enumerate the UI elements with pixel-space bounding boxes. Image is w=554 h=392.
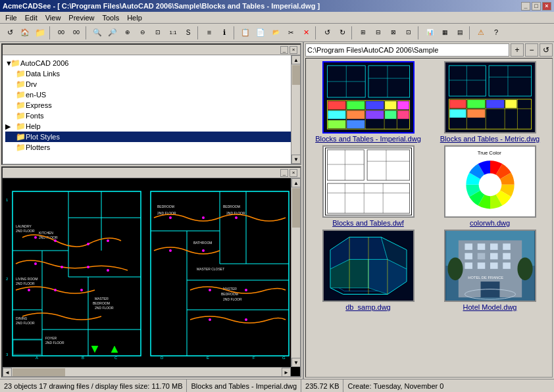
menu-help[interactable]: Help — [123, 12, 146, 23]
tb-refresh[interactable]: ↺ — [3, 26, 17, 40]
tb-ratio[interactable]: 1:1 — [166, 26, 180, 40]
scroll-up-btn[interactable]: ▲ — [291, 55, 301, 64]
scroll-right-btn[interactable]: ► — [282, 368, 291, 376]
folder-tree-minimize[interactable]: _ — [280, 46, 288, 54]
folder-open-icon: 📁 — [11, 59, 20, 68]
tb-help[interactable]: ? — [489, 26, 503, 40]
menu-view[interactable]: View — [41, 12, 65, 23]
svg-text:HOTEL DE FRANCE: HOTEL DE FRANCE — [468, 276, 503, 280]
refresh-btn[interactable]: ↺ — [540, 43, 553, 57]
tb-rotate-cw[interactable]: ↻ — [335, 26, 349, 40]
tb-copy1[interactable]: 📋 — [238, 26, 253, 40]
tb-open[interactable]: 📂 — [268, 26, 283, 40]
tb-select[interactable]: S — [181, 26, 195, 40]
tb-zoom-out[interactable]: 🔎 — [105, 26, 120, 40]
tb-view1[interactable]: ⊞ — [356, 26, 370, 40]
tree-item-datalinks[interactable]: 📁 Data Links — [5, 68, 297, 79]
folder-icon: 📁 — [16, 132, 26, 141]
menu-edit[interactable]: Edit — [21, 12, 41, 23]
minimize-button[interactable]: _ — [521, 2, 530, 11]
thumb-item-1[interactable]: Blocks and Tables - Imperial.dwg — [309, 61, 428, 143]
tb-view4[interactable]: ⊡ — [401, 26, 416, 40]
path-input[interactable] — [305, 43, 509, 57]
folder-icon: 📁 — [16, 101, 26, 110]
thumb-item-2[interactable]: Blocks and Tables - Metric.dwg — [430, 61, 549, 143]
scroll-thumb[interactable] — [292, 65, 300, 85]
thumb-img-4[interactable]: True Color — [444, 145, 536, 218]
tb-warn[interactable]: ⚠ — [474, 26, 488, 40]
thumb-img-5[interactable] — [322, 230, 415, 302]
thumb-item-5[interactable]: db_samp.dwg — [309, 230, 428, 311]
tree-item-help[interactable]: ▶ 📁 Help — [5, 121, 297, 132]
svg-text:LAUNDRY: LAUNDRY — [16, 224, 32, 228]
menu-tools[interactable]: Tools — [98, 12, 123, 23]
add-location-btn[interactable]: + — [511, 43, 524, 57]
thumb-img-2[interactable] — [444, 61, 536, 134]
remove-location-btn[interactable]: − — [525, 43, 538, 57]
tb-copy2[interactable]: 📄 — [253, 26, 268, 40]
menu-file[interactable]: File — [1, 12, 21, 23]
tree-item-plotters[interactable]: 📁 Plotters — [5, 142, 297, 153]
h-scroll-track[interactable] — [12, 368, 282, 376]
thumb-img-1[interactable] — [322, 61, 415, 134]
drawing-minimize-btn[interactable]: _ — [280, 169, 288, 177]
tb-text2[interactable]: 00 — [69, 26, 84, 40]
tb-chart3[interactable]: ▤ — [453, 26, 467, 40]
svg-point-27 — [107, 239, 109, 242]
h-scrollbar[interactable]: ◄ ► — [3, 367, 291, 376]
draw-scroll-thumb[interactable] — [292, 188, 300, 228]
thumb-svg-2 — [445, 62, 535, 132]
draw-scroll-up[interactable]: ▲ — [291, 178, 300, 187]
drawing-close-btn[interactable]: × — [290, 169, 297, 177]
scroll-left-btn[interactable]: ◄ — [3, 368, 12, 376]
tb-chart2[interactable]: ▦ — [438, 26, 452, 40]
tree-item-express[interactable]: 📁 Express — [5, 100, 297, 110]
tb-zoom-minus[interactable]: ⊖ — [136, 26, 150, 40]
maximize-button[interactable]: □ — [532, 2, 541, 11]
thumb-item-6[interactable]: HOTEL DE FRANCE Hotel Model.dwg — [430, 230, 549, 311]
tb-info2[interactable]: ℹ — [217, 26, 232, 40]
menu-preview[interactable]: Preview — [64, 12, 98, 23]
tb-zoom-rect[interactable]: ⊕ — [120, 26, 135, 40]
thumb-svg-4: True Color — [445, 147, 535, 216]
close-button[interactable]: × — [542, 2, 551, 11]
thumb-img-3[interactable] — [322, 145, 415, 218]
tb-home[interactable]: 🏠 — [18, 26, 32, 40]
scroll-track[interactable] — [291, 64, 300, 155]
folder-tree-close[interactable]: × — [290, 46, 297, 54]
tree-item-autocad2006[interactable]: ▼ 📁 AutoCAD 2006 — [5, 58, 297, 68]
tb-folder[interactable]: 📁 — [33, 26, 47, 40]
tree-scrollbar[interactable]: ▲ ▼ — [291, 55, 300, 164]
tree-item-plotstyles[interactable]: 📁 Plot Styles — [5, 132, 297, 142]
thumb-img-6[interactable]: HOTEL DE FRANCE — [444, 230, 536, 302]
tb-delete[interactable]: ✕ — [299, 26, 313, 40]
folder-icon: 📁 — [16, 143, 26, 152]
tb-rotate-ccw[interactable]: ↺ — [320, 26, 334, 40]
draw-scroll-track[interactable] — [291, 187, 300, 358]
thumb-item-3[interactable]: Blocks and Tables.dwf — [309, 145, 428, 227]
svg-rect-94 — [347, 110, 365, 119]
drawing-v-scrollbar[interactable]: ▲ ▼ — [291, 178, 300, 367]
svg-rect-151 — [490, 243, 498, 250]
svg-rect-115 — [486, 100, 504, 109]
tree-item-drv[interactable]: 📁 Drv — [5, 79, 297, 89]
thumbnails-area[interactable]: Blocks and Tables - Imperial.dwg — [305, 58, 553, 378]
tree-item-enus[interactable]: 📁 en-US — [5, 89, 297, 100]
tree-item-fonts[interactable]: 📁 Fonts — [5, 110, 297, 121]
thumb-item-4[interactable]: True Color — [430, 145, 549, 227]
tb-text1[interactable]: 00 — [54, 26, 68, 40]
svg-point-53 — [202, 216, 205, 219]
tb-cut[interactable]: ✂ — [284, 26, 298, 40]
tb-fit[interactable]: ⊡ — [151, 26, 165, 40]
h-scroll-thumb[interactable] — [13, 368, 65, 376]
tb-view2[interactable]: ⊟ — [371, 26, 386, 40]
folder-icon: 📁 — [16, 90, 26, 99]
svg-rect-149 — [465, 243, 472, 250]
svg-point-56 — [202, 249, 205, 252]
scroll-down-btn[interactable]: ▼ — [291, 155, 301, 164]
tb-info1[interactable]: ≡ — [202, 26, 216, 40]
tb-view3[interactable]: ⊠ — [386, 26, 401, 40]
tb-chart[interactable]: 📊 — [422, 26, 437, 40]
tb-zoom-in[interactable]: 🔍 — [90, 26, 105, 40]
draw-scroll-down[interactable]: ▼ — [291, 358, 300, 367]
